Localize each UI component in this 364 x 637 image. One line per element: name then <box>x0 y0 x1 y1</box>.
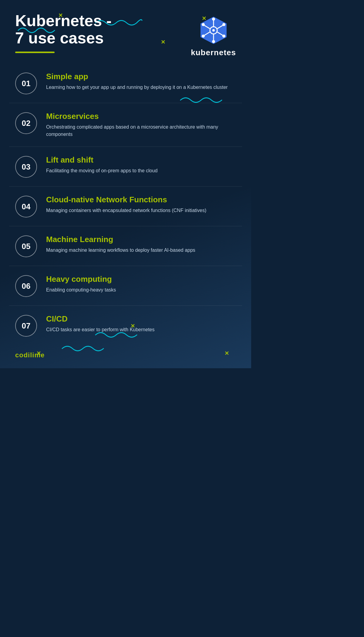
number-circle-1: 01 <box>15 72 37 94</box>
svg-point-14 <box>202 35 205 38</box>
use-case-item-7: 07 CI/CD CI/CD tasks are easier to perfo… <box>9 306 242 345</box>
use-case-item-5: 05 Machine Learning Managing machine lea… <box>9 226 242 266</box>
svg-point-13 <box>222 23 225 26</box>
use-case-title-2: Microservices <box>46 112 236 121</box>
use-case-content-4: Cloud-native Network Functions Managing … <box>46 195 206 214</box>
page-title: Kubernetes - 7 use cases <box>15 12 112 47</box>
footer-logo-regular: codi <box>15 351 30 359</box>
number-circle-4: 04 <box>15 196 37 217</box>
use-case-desc-5: Managing machine learning workflows to d… <box>46 247 195 254</box>
use-case-title-6: Heavy computing <box>46 275 116 284</box>
footer-logo-accent: lime <box>30 351 45 359</box>
number-label-5: 05 <box>22 242 31 251</box>
number-label-1: 01 <box>22 79 31 88</box>
use-case-item-6: 06 Heavy computing Enabling computing-he… <box>9 266 242 306</box>
number-circle-2: 02 <box>15 112 37 134</box>
use-case-title-4: Cloud-native Network Functions <box>46 195 206 204</box>
use-case-content-5: Machine Learning Managing machine learni… <box>46 235 195 254</box>
use-case-item-3: 03 Lift and shift Facilitating the movin… <box>9 147 242 187</box>
footer-logo: codilime <box>15 351 236 359</box>
svg-point-2 <box>212 29 215 32</box>
use-case-content-6: Heavy computing Enabling computing-heavy… <box>46 275 116 294</box>
use-case-content-2: Microservices Orchestrating complicated … <box>46 112 236 138</box>
use-case-content-7: CI/CD CI/CD tasks are easier to perform … <box>46 314 154 333</box>
header: Kubernetes - 7 use cases <box>0 0 251 63</box>
use-case-item-2: 02 Microservices Orchestrating complicat… <box>9 103 242 147</box>
footer: codilime <box>0 345 251 368</box>
title-line2: 7 use cases <box>15 29 104 47</box>
number-circle-7: 07 <box>15 315 37 337</box>
header-right: kubernetes <box>191 15 236 57</box>
number-circle-5: 05 <box>15 235 37 257</box>
use-case-desc-4: Managing containers with encapsulated ne… <box>46 207 206 214</box>
title-underline <box>15 52 55 53</box>
use-case-desc-7: CI/CD tasks are easier to perform with K… <box>46 326 154 333</box>
svg-point-12 <box>222 35 225 38</box>
use-case-title-7: CI/CD <box>46 314 154 324</box>
number-circle-6: 06 <box>15 275 37 297</box>
use-case-title-1: Simple app <box>46 72 228 81</box>
number-label-2: 02 <box>22 119 31 128</box>
use-case-desc-6: Enabling computing-heavy tasks <box>46 286 116 294</box>
use-case-desc-3: Facilitating the moving of on-prem apps … <box>46 167 157 174</box>
number-circle-3: 03 <box>15 156 37 178</box>
number-label-7: 07 <box>22 321 31 331</box>
use-case-content-1: Simple app Learning how to get your app … <box>46 72 228 91</box>
use-case-item-4: 04 Cloud-native Network Functions Managi… <box>9 187 242 226</box>
use-case-title-5: Machine Learning <box>46 235 195 244</box>
use-case-desc-1: Learning how to get your app up and runn… <box>46 84 228 91</box>
number-label-4: 04 <box>22 202 31 211</box>
use-case-desc-2: Orchestrating complicated apps based on … <box>46 123 236 138</box>
title-line1: Kubernetes - <box>15 12 112 29</box>
use-case-content-3: Lift and shift Facilitating the moving o… <box>46 155 157 174</box>
number-label-6: 06 <box>22 281 31 291</box>
kubernetes-logo <box>198 15 229 46</box>
use-case-item-1: 01 Simple app Learning how to get your a… <box>9 63 242 103</box>
use-cases-list: 01 Simple app Learning how to get your a… <box>0 63 251 345</box>
header-left: Kubernetes - 7 use cases <box>15 12 112 53</box>
svg-point-9 <box>212 18 215 21</box>
kubernetes-label: kubernetes <box>191 48 236 57</box>
svg-point-10 <box>212 40 215 43</box>
page: ✕ ✕ ✕ ✕ ✕ ✕ Kubernetes - 7 use cases <box>0 0 251 368</box>
use-case-title-3: Lift and shift <box>46 155 157 165</box>
number-label-3: 03 <box>22 162 31 172</box>
svg-point-11 <box>202 23 205 26</box>
